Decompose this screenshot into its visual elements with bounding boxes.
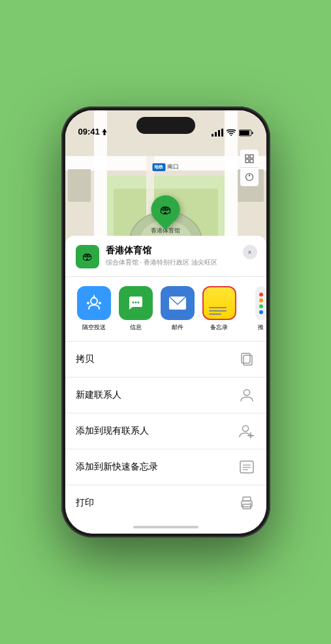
bottom-sheet: 🏟 香港体育馆 综合体育馆 · 香港特别行政区 油尖旺区 ×	[65, 236, 266, 534]
add-existing-icon	[238, 422, 256, 440]
close-button[interactable]: ×	[243, 245, 257, 259]
share-item-mail[interactable]: 邮件	[159, 286, 196, 332]
svg-rect-15	[68, 169, 91, 202]
svg-point-28	[87, 302, 89, 304]
svg-point-36	[244, 390, 249, 396]
svg-rect-21	[245, 155, 249, 158]
action-new-contact-label: 新建联系人	[76, 389, 121, 401]
svg-rect-6	[240, 131, 249, 135]
venue-icon: 🏟	[76, 245, 99, 268]
action-add-existing-label: 添加到现有联系人	[76, 425, 149, 437]
svg-rect-2	[215, 132, 217, 137]
svg-rect-4	[221, 129, 223, 137]
share-item-messages[interactable]: 信息	[118, 286, 154, 332]
mail-icon	[168, 296, 187, 310]
phone-screen: 09:41	[65, 110, 266, 534]
mail-label: 邮件	[172, 323, 183, 332]
airdrop-icon-wrap	[77, 286, 111, 320]
svg-rect-45	[243, 497, 251, 501]
print-icon	[238, 494, 256, 512]
svg-point-31	[134, 302, 136, 304]
map-type-button[interactable]	[240, 150, 259, 168]
dynamic-island	[136, 117, 195, 134]
messages-label: 信息	[130, 323, 142, 332]
share-row: 隔空投送 信息	[65, 277, 266, 342]
printer-svg	[240, 496, 254, 509]
action-add-existing[interactable]: 添加到现有联系人	[65, 413, 266, 449]
map-pin: 🏟 香港体育馆	[151, 195, 180, 235]
action-new-contact[interactable]: 新建联系人	[65, 378, 266, 413]
action-copy-label: 拷贝	[76, 353, 94, 365]
map-controls	[240, 150, 259, 186]
svg-point-29	[99, 302, 101, 304]
svg-point-32	[137, 302, 139, 304]
clock: 09:41	[78, 127, 100, 137]
new-contact-icon	[238, 386, 256, 404]
action-add-notes-label: 添加到新快速备忘录	[76, 461, 158, 473]
phone-frame: 09:41	[61, 106, 270, 538]
pin-inner-icon: 🏟	[160, 203, 172, 217]
home-indicator	[133, 526, 198, 528]
share-item-notes[interactable]: 备忘录	[201, 286, 238, 332]
airdrop-label: 隔空投送	[82, 323, 106, 332]
location-status-icon	[102, 129, 107, 135]
notes-icon-wrap	[202, 286, 236, 320]
note-svg	[240, 460, 254, 474]
svg-rect-22	[250, 155, 253, 158]
signal-icon	[212, 129, 223, 137]
compass-icon	[245, 172, 254, 182]
venue-info: 香港体育馆 综合体育馆 · 香港特别行政区 油尖旺区	[106, 245, 256, 267]
svg-marker-26	[248, 174, 250, 176]
status-icons	[212, 129, 253, 137]
notes-label: 备忘录	[210, 323, 228, 332]
svg-point-30	[132, 302, 134, 304]
person-plus-svg	[239, 424, 255, 438]
share-item-more[interactable]: 推	[243, 286, 266, 332]
svg-point-37	[242, 426, 248, 432]
svg-rect-24	[250, 159, 253, 163]
person-svg	[240, 388, 254, 402]
more-label: 推	[258, 323, 264, 332]
battery-icon	[239, 129, 253, 137]
venue-subtitle: 综合体育馆 · 香港特别行政区 油尖旺区	[106, 258, 256, 267]
svg-point-27	[91, 298, 97, 304]
mail-icon-wrap	[161, 286, 195, 320]
subway-badge: 地铁	[152, 163, 165, 171]
action-copy[interactable]: 拷贝	[65, 342, 266, 378]
action-list: 拷贝 新建联系人	[65, 342, 266, 521]
svg-rect-3	[218, 130, 220, 137]
subway-label: 地铁 南口	[152, 163, 179, 171]
svg-rect-23	[245, 159, 249, 163]
add-notes-icon	[238, 458, 256, 476]
share-item-airdrop[interactable]: 隔空投送	[76, 286, 112, 332]
svg-point-47	[249, 503, 251, 504]
svg-marker-0	[102, 129, 107, 135]
venue-card: 🏟 香港体育馆 综合体育馆 · 香港特别行政区 油尖旺区 ×	[65, 236, 266, 277]
messages-icon-wrap	[119, 286, 153, 320]
airdrop-icon	[86, 295, 102, 312]
pin-circle: 🏟	[145, 189, 185, 230]
action-print[interactable]: 打印	[65, 485, 266, 521]
venue-name: 香港体育馆	[106, 245, 256, 257]
action-print-label: 打印	[76, 497, 94, 509]
action-add-notes[interactable]: 添加到新快速备忘录	[65, 449, 266, 485]
subway-exit-label: 南口	[167, 163, 179, 171]
messages-icon	[127, 295, 144, 312]
venue-emoji: 🏟	[82, 251, 93, 263]
copy-icon	[238, 350, 256, 368]
svg-rect-1	[212, 134, 213, 137]
location-button[interactable]	[240, 168, 259, 186]
copy-svg	[240, 352, 253, 366]
wifi-icon	[227, 129, 236, 137]
status-time: 09:41	[78, 127, 107, 137]
more-icon-wrap	[255, 286, 266, 320]
map-type-icon	[245, 154, 254, 163]
